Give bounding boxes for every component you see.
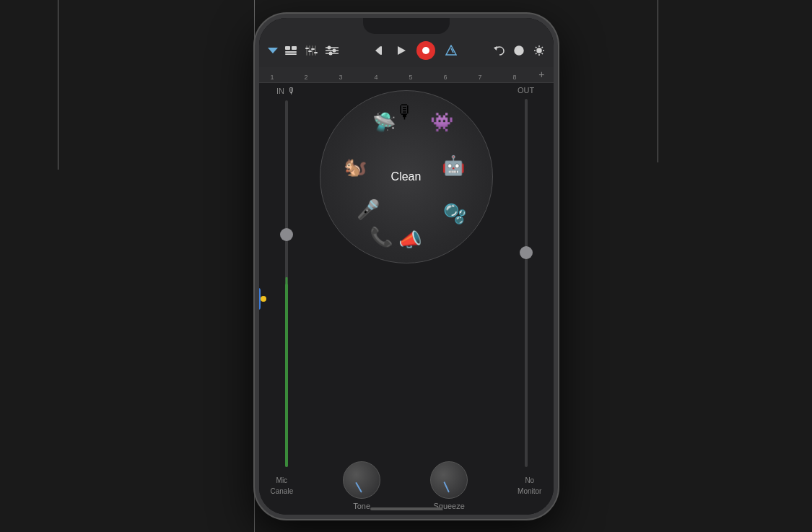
svg-point-27 <box>518 49 520 51</box>
output-fader-handle[interactable] <box>520 246 533 259</box>
svg-rect-7 <box>312 45 313 56</box>
in-section: IN 🎙 <box>265 83 308 471</box>
tuner-icon[interactable] <box>513 45 525 56</box>
svg-point-18 <box>328 51 332 55</box>
monitor-bottom-label: Monitor <box>518 487 541 496</box>
voice-ufo[interactable]: 🛸 <box>372 111 396 134</box>
squeeze-indicator <box>443 481 450 492</box>
selected-voice-label: Clean <box>391 170 422 183</box>
voice-monster[interactable]: 👾 <box>430 111 453 134</box>
metronome-icon[interactable] <box>445 45 457 56</box>
svg-rect-5 <box>306 45 307 56</box>
output-fader[interactable] <box>525 99 528 467</box>
monitor-label-group: No Monitor <box>518 476 541 496</box>
svg-rect-8 <box>315 45 316 56</box>
toolbar-right <box>493 45 545 56</box>
power-button[interactable] <box>556 148 558 206</box>
svg-point-28 <box>537 48 541 53</box>
voice-chipmunk[interactable]: 🐿️ <box>344 156 367 178</box>
ruler-mark-6: 6 <box>444 74 448 81</box>
controls-row: Mic Canale Tone <box>259 457 554 515</box>
monitor-top-label: No <box>525 476 534 485</box>
main-area: IN 🎙 OUT <box>259 83 554 515</box>
home-indicator[interactable] <box>370 507 442 510</box>
svg-marker-22 <box>446 45 456 55</box>
mixer-icon[interactable] <box>305 45 318 56</box>
ruler-mark-2: 2 <box>305 74 308 81</box>
input-fader-handle[interactable] <box>280 228 293 241</box>
svg-rect-4 <box>285 53 297 55</box>
mute-button[interactable] <box>255 105 256 128</box>
voice-bubble[interactable]: 🫧 <box>443 203 466 225</box>
voice-megaphone[interactable]: 📣 <box>398 229 422 251</box>
svg-rect-3 <box>285 51 297 53</box>
squeeze-knob-group: Squeeze <box>430 461 468 510</box>
ruler-mark-1: 1 <box>271 74 274 81</box>
add-track-button[interactable]: + <box>538 69 544 80</box>
svg-rect-9 <box>305 48 309 49</box>
channel-label-group: Mic Canale <box>271 476 294 496</box>
play-button[interactable] <box>396 45 406 56</box>
record-button[interactable] <box>416 41 435 60</box>
voice-microphone[interactable]: 🎙 <box>396 101 414 123</box>
voice-wheel[interactable]: Clean 🛸 🎙 👾 🐿️ 🤖 🎤 <box>320 90 493 263</box>
toolbar-center <box>375 41 457 60</box>
tone-knob-group: Tone <box>343 461 380 510</box>
svg-rect-11 <box>311 48 315 50</box>
svg-marker-24 <box>494 46 497 51</box>
volume-down-button[interactable] <box>255 186 256 226</box>
ruler: 1 2 3 4 5 6 7 8 + <box>259 67 554 83</box>
in-label: IN <box>276 87 284 95</box>
svg-rect-20 <box>380 46 382 55</box>
ruler-mark-4: 4 <box>375 74 378 81</box>
voice-telephone[interactable]: 📞 <box>370 226 393 248</box>
svg-marker-19 <box>375 46 380 55</box>
tone-knob[interactable] <box>343 461 380 499</box>
out-section: OUT <box>505 83 548 471</box>
channel-bottom-label: Canale <box>271 487 294 496</box>
svg-marker-21 <box>398 46 406 55</box>
squeeze-knob[interactable] <box>430 461 468 499</box>
tone-indicator <box>355 481 362 492</box>
input-level-bar <box>285 277 287 386</box>
svg-point-17 <box>332 48 336 52</box>
ruler-mark-8: 8 <box>513 74 517 81</box>
sliders-icon[interactable] <box>326 45 339 56</box>
svg-rect-2 <box>292 46 297 50</box>
ruler-mark-3: 3 <box>339 74 343 81</box>
undo-button[interactable] <box>493 45 505 56</box>
svg-marker-0 <box>268 48 278 53</box>
voice-wheel-container[interactable]: Clean 🛸 🎙 👾 🐿️ 🤖 🎤 <box>320 90 493 263</box>
ruler-mark-7: 7 <box>479 74 482 81</box>
dropdown-icon[interactable] <box>268 47 278 54</box>
rewind-button[interactable] <box>375 45 386 56</box>
settings-icon[interactable] <box>533 45 545 56</box>
svg-rect-10 <box>308 51 312 52</box>
out-label: OUT <box>518 86 534 95</box>
voice-mic2[interactable]: 🎤 <box>357 199 380 221</box>
app-content: 1 2 3 4 5 6 7 8 + <box>259 18 554 515</box>
tone-label: Tone <box>353 502 370 510</box>
notch <box>363 18 450 34</box>
volume-up-button[interactable] <box>255 137 256 178</box>
tracks-icon[interactable] <box>285 45 298 56</box>
phone-frame: 1 2 3 4 5 6 7 8 + <box>255 14 558 519</box>
svg-rect-1 <box>285 46 290 50</box>
toolbar-left <box>268 45 339 56</box>
channel-top-label: Mic <box>276 476 288 485</box>
svg-point-16 <box>327 45 331 49</box>
track-level-indicator <box>256 288 261 310</box>
voice-robot[interactable]: 🤖 <box>442 154 465 177</box>
ruler-mark-5: 5 <box>409 74 413 81</box>
svg-rect-12 <box>314 52 318 53</box>
input-mic-icon: 🎙 <box>287 86 296 96</box>
